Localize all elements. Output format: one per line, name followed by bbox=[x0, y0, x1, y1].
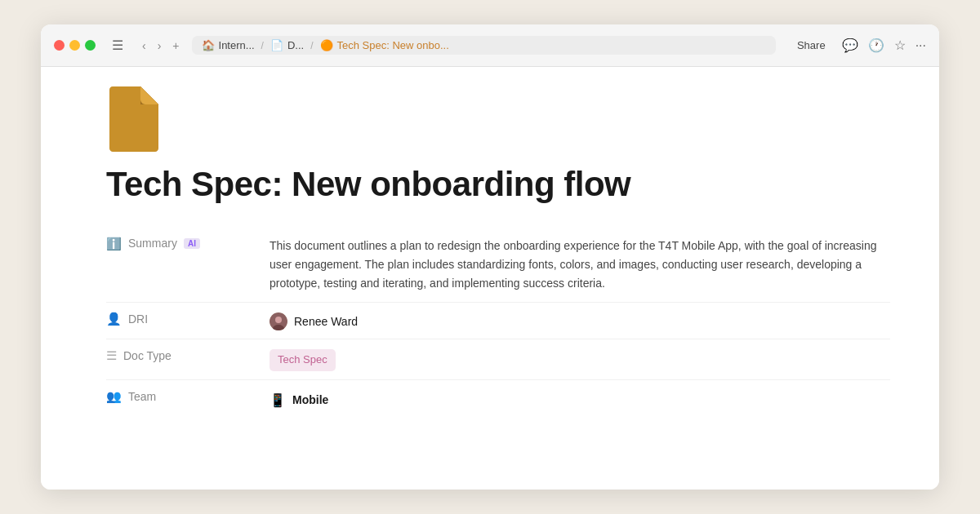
summary-label-text: Summary bbox=[128, 237, 177, 250]
team-icon: 👥 bbox=[106, 390, 122, 402]
dri-label-text: DRI bbox=[128, 312, 148, 326]
forward-button[interactable]: › bbox=[154, 37, 166, 55]
person-icon: 👤 bbox=[106, 312, 122, 325]
summary-text: This document outlines a plan to redesig… bbox=[270, 237, 890, 293]
breadcrumb-doc: 📄 D... bbox=[270, 39, 304, 51]
list-icon: ☰ bbox=[106, 349, 117, 361]
address-bar[interactable]: 🏠 Intern... / 📄 D... / 🟠 Tech Spec: New … bbox=[192, 36, 776, 55]
share-button[interactable]: Share bbox=[791, 36, 832, 55]
nav-buttons: ‹ › + bbox=[138, 37, 184, 55]
breadcrumb-sep-1: / bbox=[261, 40, 264, 51]
browser-chrome: ☰ ‹ › + 🏠 Intern... / 📄 D... / 🟠 Tech Sp… bbox=[41, 24, 939, 67]
team-name: Mobile bbox=[292, 391, 328, 409]
breadcrumb-active-label: Tech Spec: New onbo... bbox=[337, 39, 449, 51]
dri-value: Renee Ward bbox=[270, 311, 890, 330]
dri-name: Renee Ward bbox=[294, 312, 358, 330]
comment-icon[interactable]: 💬 bbox=[842, 38, 858, 53]
breadcrumb-home-label: Intern... bbox=[219, 39, 255, 51]
team-row: 👥 Team 📱 Mobile bbox=[106, 380, 890, 419]
maximize-button[interactable] bbox=[85, 40, 96, 51]
info-icon: ℹ️ bbox=[106, 237, 122, 250]
summary-row: ℹ️ Summary AI This document outlines a p… bbox=[106, 227, 890, 302]
doc-icon-crumb: 📄 bbox=[270, 39, 283, 51]
doc-icon-wrapper bbox=[103, 86, 890, 152]
breadcrumb-active: 🟠 Tech Spec: New onbo... bbox=[320, 39, 449, 51]
doc-type-tag[interactable]: Tech Spec bbox=[270, 349, 336, 371]
home-icon: 🏠 bbox=[202, 39, 215, 51]
doc-type-row: ☰ Doc Type Tech Spec bbox=[106, 339, 890, 380]
breadcrumb-sep-2: / bbox=[310, 40, 313, 51]
doc-type-label: ☰ Doc Type bbox=[106, 348, 270, 362]
breadcrumb-home: 🏠 Intern... bbox=[202, 39, 255, 51]
chrome-actions: Share 💬 🕐 ☆ ··· bbox=[791, 36, 926, 55]
page-title: Tech Spec: New onboarding flow bbox=[106, 165, 890, 204]
more-icon[interactable]: ··· bbox=[915, 38, 926, 53]
doc-type-value: Tech Spec bbox=[270, 348, 890, 371]
dri-label: 👤 DRI bbox=[106, 311, 270, 326]
new-tab-button[interactable]: + bbox=[168, 37, 183, 55]
minimize-button[interactable] bbox=[69, 40, 80, 51]
team-value: 📱 Mobile bbox=[270, 388, 890, 411]
page-content: Tech Spec: New onboarding flow ℹ️ Summar… bbox=[41, 67, 939, 490]
ai-badge: AI bbox=[184, 238, 200, 249]
svg-point-1 bbox=[275, 317, 282, 323]
team-label-text: Team bbox=[128, 390, 156, 403]
active-doc-icon: 🟠 bbox=[320, 39, 333, 51]
star-icon[interactable]: ☆ bbox=[894, 38, 906, 53]
browser-window: ☰ ‹ › + 🏠 Intern... / 📄 D... / 🟠 Tech Sp… bbox=[41, 24, 939, 490]
properties-table: ℹ️ Summary AI This document outlines a p… bbox=[106, 227, 890, 419]
menu-icon[interactable]: ☰ bbox=[109, 36, 127, 55]
doc-emoji-icon bbox=[103, 86, 162, 152]
dri-row: 👤 DRI Renee Ward bbox=[106, 303, 890, 339]
breadcrumb-doc-label: D... bbox=[287, 39, 304, 51]
close-button[interactable] bbox=[54, 40, 65, 51]
doc-type-label-text: Doc Type bbox=[123, 349, 172, 362]
summary-value: This document outlines a plan to redesig… bbox=[270, 235, 890, 293]
summary-label: ℹ️ Summary AI bbox=[106, 235, 270, 250]
mobile-icon: 📱 bbox=[270, 390, 286, 411]
history-icon[interactable]: 🕐 bbox=[868, 38, 884, 53]
traffic-lights bbox=[54, 40, 96, 51]
team-label: 👥 Team bbox=[106, 388, 270, 403]
back-button[interactable]: ‹ bbox=[138, 37, 150, 55]
avatar bbox=[270, 312, 287, 330]
